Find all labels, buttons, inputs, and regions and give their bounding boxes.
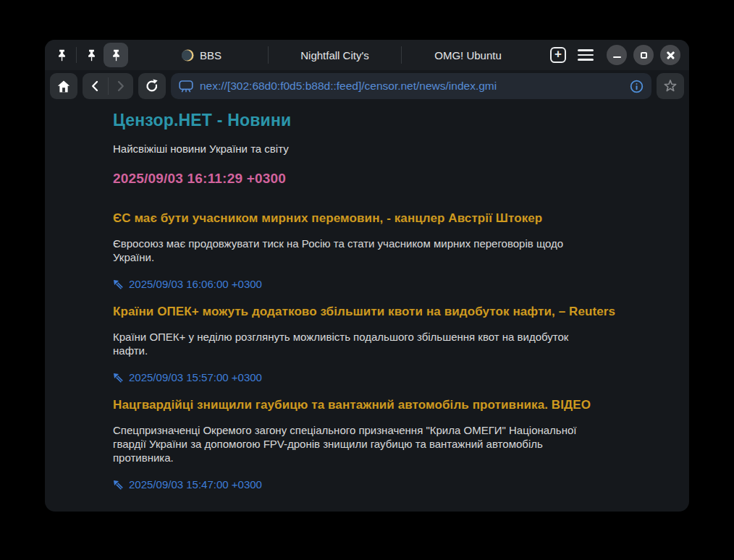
article-link[interactable]: 2025/09/03 15:47:00 +0300 <box>113 478 262 491</box>
article-summary: Євросоюз має продовжувати тиск на Росію … <box>113 237 602 264</box>
page-timestamp: 2025/09/03 16:11:29 +0300 <box>113 171 646 187</box>
article-title: Нацгвардійці знищили гаубицю та вантажни… <box>113 398 646 412</box>
tab-bar: BBS Nightfall City's OMG! Ubuntu + <box>45 40 689 70</box>
tab-omg-ubuntu[interactable]: OMG! Ubuntu <box>402 40 534 70</box>
maximize-icon <box>641 52 647 59</box>
tab-bbs[interactable]: BBS <box>135 40 268 70</box>
bookmark-button[interactable] <box>657 73 684 99</box>
tab-label: OMG! Ubuntu <box>434 49 502 61</box>
article-link-label: 2025/09/03 16:06:00 +0300 <box>129 278 262 290</box>
pinned-tab-1[interactable] <box>49 43 74 67</box>
url-text[interactable]: nex://[302:68d0:f0d5:b88d::feed]/censor.… <box>200 80 623 93</box>
browser-window: BBS Nightfall City's OMG! Ubuntu + <box>45 40 689 512</box>
star-icon <box>663 79 678 93</box>
crescent-moon-icon <box>182 49 194 61</box>
menu-button[interactable] <box>578 49 594 61</box>
page-content: Цензор.НЕТ - Новини Найсвіжіші новини Ук… <box>45 102 689 491</box>
article-summary: Країни ОПЕК+ у неділю розглянуть можливі… <box>113 330 602 357</box>
tab-nightfall-citys[interactable]: Nightfall City's <box>269 40 401 70</box>
article-title: ЄС має бути учасником мирних перемовин, … <box>113 211 646 226</box>
arrow-up-left-icon <box>113 373 123 383</box>
reload-button[interactable] <box>138 73 166 99</box>
new-tab-button[interactable]: + <box>550 47 566 63</box>
pushpin-icon <box>87 49 96 61</box>
plus-icon: + <box>554 47 562 61</box>
close-icon <box>666 51 675 60</box>
page-subtitle: Найсвіжіші новини України та світу <box>113 143 646 155</box>
back-button[interactable] <box>83 73 108 99</box>
article-link-label: 2025/09/03 15:57:00 +0300 <box>129 371 262 383</box>
navigation-toolbar: nex://[302:68d0:f0d5:b88d::feed]/censor.… <box>45 70 689 102</box>
tab-label: BBS <box>200 49 222 61</box>
minimize-button[interactable] <box>607 45 627 65</box>
reload-icon <box>145 79 159 93</box>
article-link[interactable]: 2025/09/03 16:06:00 +0300 <box>113 278 262 290</box>
close-button[interactable] <box>660 45 680 65</box>
info-icon <box>630 80 644 93</box>
pushpin-icon <box>111 49 121 61</box>
forward-button[interactable] <box>109 73 134 99</box>
tab-label: Nightfall City's <box>300 49 369 61</box>
article: ЄС має бути учасником мирних перемовин, … <box>113 211 646 290</box>
article: Нацгвардійці знищили гаубицю та вантажни… <box>113 398 646 491</box>
home-icon <box>56 80 71 93</box>
page-title: Цензор.НЕТ - Новини <box>113 111 646 130</box>
pinned-tab-2[interactable] <box>79 43 104 67</box>
terminal-screen-icon <box>179 80 193 93</box>
tab-strip: BBS Nightfall City's OMG! Ubuntu <box>135 40 534 70</box>
pin-divider <box>76 47 77 63</box>
pushpin-icon <box>57 49 67 61</box>
arrow-up-left-icon <box>113 480 123 490</box>
maximize-button[interactable] <box>633 45 654 65</box>
back-icon <box>91 80 98 92</box>
window-controls <box>607 45 680 65</box>
home-button[interactable] <box>50 73 77 99</box>
page-info-button[interactable] <box>630 80 644 93</box>
article-link[interactable]: 2025/09/03 15:57:00 +0300 <box>113 371 262 383</box>
article-link-label: 2025/09/03 15:47:00 +0300 <box>129 478 262 491</box>
forward-icon <box>117 80 125 92</box>
article-title: Країни ОПЕК+ можуть додатково збільшити … <box>113 305 646 319</box>
url-bar[interactable]: nex://[302:68d0:f0d5:b88d::feed]/censor.… <box>171 73 651 99</box>
hamburger-icon <box>578 49 594 51</box>
minimize-icon <box>613 56 621 59</box>
article: Країни ОПЕК+ можуть додатково збільшити … <box>113 305 646 383</box>
history-nav <box>83 73 133 99</box>
pinned-tab-3-active[interactable] <box>104 43 128 67</box>
arrow-up-left-icon <box>113 279 123 289</box>
article-summary: Спецпризначенці Окремого загону спеціаль… <box>113 423 602 464</box>
